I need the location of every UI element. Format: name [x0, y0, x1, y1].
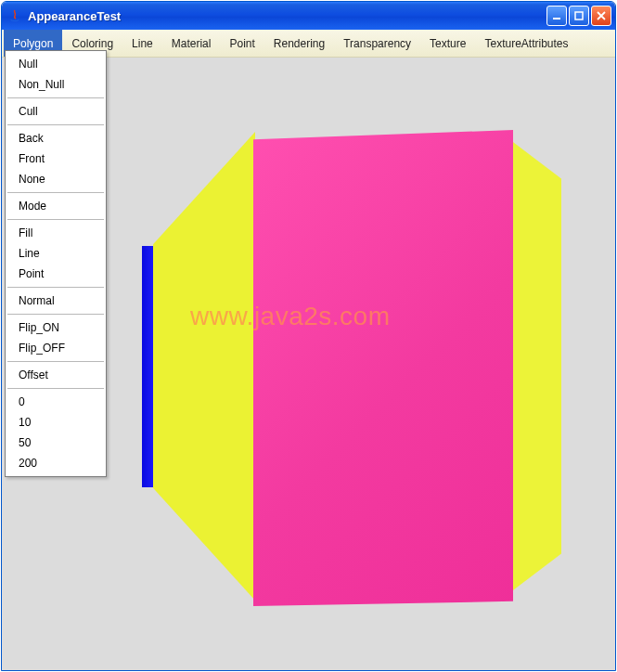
3d-viewport[interactable]: www.java2s.com — [23, 84, 594, 654]
menu-separator — [7, 192, 104, 193]
cube-face-blue — [142, 246, 153, 487]
menu-option-non_null[interactable]: Non_Null — [6, 74, 106, 95]
menu-option-50[interactable]: 50 — [6, 433, 106, 453]
menu-option-cull[interactable]: Cull — [6, 101, 106, 122]
window-controls — [546, 6, 611, 26]
menu-option-200[interactable]: 200 — [6, 453, 106, 473]
menu-option-fill[interactable]: Fill — [6, 223, 106, 243]
menu-separator — [7, 97, 104, 98]
menu-option-normal[interactable]: Normal — [6, 291, 106, 311]
cube-face-yellow-right — [506, 132, 561, 601]
menu-option-10[interactable]: 10 — [6, 412, 106, 433]
menu-point[interactable]: Point — [220, 30, 264, 57]
window-title: AppearanceTest — [28, 9, 546, 23]
svg-rect-0 — [553, 18, 560, 19]
menu-separator — [7, 287, 104, 288]
menu-option-back[interactable]: Back — [6, 128, 106, 149]
menu-option-0[interactable]: 0 — [6, 392, 106, 412]
app-window: AppearanceTest PolygonColoringLineMateri… — [1, 1, 616, 671]
titlebar[interactable]: AppearanceTest — [2, 2, 615, 30]
menu-separator — [7, 314, 104, 315]
close-button[interactable] — [591, 6, 611, 26]
menu-texture[interactable]: Texture — [420, 30, 475, 57]
polygon-menu-dropdown: NullNon_NullCullBackFrontNoneModeFillLin… — [5, 50, 107, 477]
menu-material[interactable]: Material — [162, 30, 221, 57]
cube-face-pink — [253, 130, 513, 606]
menu-option-flip_on[interactable]: Flip_ON — [6, 317, 106, 338]
menu-textureattributes[interactable]: TextureAttributes — [475, 30, 577, 57]
menu-separator — [7, 124, 104, 125]
menu-option-mode[interactable]: Mode — [6, 196, 106, 216]
menu-option-none[interactable]: None — [6, 169, 106, 189]
menu-option-null[interactable]: Null — [6, 54, 106, 74]
minimize-button[interactable] — [546, 6, 567, 26]
menu-separator — [7, 388, 104, 389]
svg-rect-1 — [575, 12, 583, 19]
menu-rendering[interactable]: Rendering — [264, 30, 334, 57]
menu-option-point[interactable]: Point — [6, 264, 106, 284]
menu-option-line[interactable]: Line — [6, 243, 106, 264]
menu-option-offset[interactable]: Offset — [6, 365, 106, 385]
cube-face-yellow-left — [153, 132, 255, 601]
menu-option-flip_off[interactable]: Flip_OFF — [6, 338, 106, 358]
menu-separator — [7, 361, 104, 362]
menu-transparency[interactable]: Transparency — [334, 30, 420, 57]
menu-separator — [7, 219, 104, 220]
menu-option-front[interactable]: Front — [6, 149, 106, 169]
maximize-button[interactable] — [569, 6, 589, 26]
menu-line[interactable]: Line — [122, 30, 162, 57]
java-app-icon — [7, 8, 22, 23]
